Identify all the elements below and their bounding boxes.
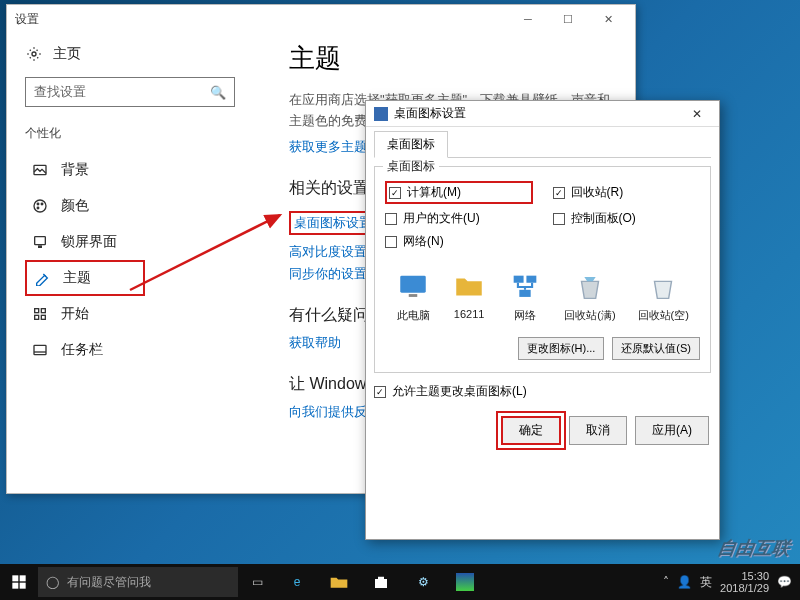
computer-icon	[396, 270, 430, 304]
icon-this-pc[interactable]: 此电脑	[396, 270, 430, 323]
svg-rect-23	[12, 583, 18, 589]
checkbox-network[interactable]: 网络(N)	[385, 233, 533, 250]
task-view-button[interactable]: ▭	[238, 564, 276, 600]
icon-recycle-empty[interactable]: 回收站(空)	[638, 270, 689, 323]
svg-rect-9	[41, 309, 45, 313]
home-label: 主页	[53, 45, 81, 63]
clock-date: 2018/1/29	[720, 582, 769, 594]
change-icon-button[interactable]: 更改图标(H)...	[518, 337, 604, 360]
network-icon	[508, 270, 542, 304]
clock-time: 15:30	[720, 570, 769, 582]
restore-default-button[interactable]: 还原默认值(S)	[612, 337, 700, 360]
taskbar-apps: e ⚙	[276, 564, 486, 600]
svg-rect-11	[41, 315, 45, 319]
desktop-icon-dialog: 桌面图标设置 ✕ 桌面图标 桌面图标 计算机(M) 回收站(R) 用户的文件(U…	[365, 100, 720, 540]
minimize-button[interactable]: ─	[509, 6, 547, 32]
dialog-titlebar: 桌面图标设置 ✕	[366, 101, 719, 127]
dialog-close-button[interactable]: ✕	[683, 103, 711, 125]
dialog-title-icon	[374, 107, 388, 121]
taskbar-app-edge[interactable]: e	[276, 564, 318, 600]
taskbar: ◯有问题尽管问我 ▭ e ⚙ ˄ 👤 英 15:30 2018/1/29 💬	[0, 564, 800, 600]
taskbar-app-unknown[interactable]	[444, 564, 486, 600]
svg-rect-20	[519, 290, 530, 297]
picture-icon	[31, 161, 49, 179]
recycle-empty-icon	[646, 270, 680, 304]
checkbox-computer[interactable]: 计算机(M)	[385, 181, 533, 204]
palette-icon	[31, 197, 49, 215]
svg-rect-22	[20, 575, 26, 581]
nav-colors[interactable]: 颜色	[25, 188, 249, 224]
ime-indicator[interactable]: 英	[700, 574, 712, 591]
icon-network[interactable]: 网络	[508, 270, 542, 323]
checkbox-user-files[interactable]: 用户的文件(U)	[385, 210, 533, 227]
taskbar-app-settings[interactable]: ⚙	[402, 564, 444, 600]
taskbar-icon	[31, 341, 49, 359]
cancel-button[interactable]: 取消	[569, 416, 627, 445]
svg-rect-12	[34, 345, 46, 354]
svg-rect-16	[400, 276, 426, 293]
tab-desktop-icons[interactable]: 桌面图标	[374, 131, 448, 158]
svg-rect-8	[35, 309, 39, 313]
taskbar-app-store[interactable]	[360, 564, 402, 600]
window-title: 设置	[15, 11, 39, 28]
search-input[interactable]: 查找设置 🔍	[25, 77, 235, 107]
search-icon: 🔍	[210, 85, 226, 100]
settings-titlebar: 设置 ─ ☐ ✕	[7, 5, 635, 33]
apply-button[interactable]: 应用(A)	[635, 416, 709, 445]
recycle-full-icon	[573, 270, 607, 304]
svg-rect-21	[12, 575, 18, 581]
icon-user-folder[interactable]: 16211	[452, 270, 486, 323]
svg-rect-18	[514, 276, 524, 283]
ok-button[interactable]: 确定	[501, 416, 561, 445]
search-text: 有问题尽管问我	[67, 574, 151, 591]
nav-lockscreen[interactable]: 锁屏界面	[25, 224, 249, 260]
taskbar-search[interactable]: ◯有问题尽管问我	[38, 567, 238, 597]
folder-icon	[452, 270, 486, 304]
checkbox-icon	[553, 213, 565, 225]
checkbox-icon	[553, 187, 565, 199]
tray-up-icon[interactable]: ˄	[663, 575, 669, 589]
checkbox-icon	[385, 236, 397, 248]
svg-point-4	[41, 203, 43, 205]
checkbox-icon	[385, 213, 397, 225]
dialog-tab-row: 桌面图标	[374, 131, 711, 158]
svg-point-0	[32, 52, 36, 56]
action-center-icon[interactable]: 💬	[777, 575, 792, 589]
taskbar-app-explorer[interactable]	[318, 564, 360, 600]
checkbox-icon	[389, 187, 401, 199]
gear-icon	[25, 45, 43, 63]
settings-sidebar: 主页 查找设置 🔍 个性化 背景 颜色 锁屏界面 主题 开始 任务栏	[7, 33, 267, 493]
link-desktop-icon-settings[interactable]: 桌面图标设置	[289, 211, 377, 235]
dialog-title: 桌面图标设置	[394, 105, 466, 122]
grid-icon	[31, 305, 49, 323]
start-button[interactable]	[0, 564, 38, 600]
home-row[interactable]: 主页	[25, 45, 249, 63]
close-button[interactable]: ✕	[589, 6, 627, 32]
icon-recycle-full[interactable]: 回收站(满)	[564, 270, 615, 323]
nav-start[interactable]: 开始	[25, 296, 249, 332]
svg-rect-6	[35, 237, 46, 245]
tray-people-icon[interactable]: 👤	[677, 575, 692, 589]
page-title: 主题	[289, 41, 613, 76]
nav-themes[interactable]: 主题	[25, 260, 145, 296]
taskbar-clock[interactable]: 15:30 2018/1/29	[720, 570, 769, 594]
svg-rect-10	[35, 315, 39, 319]
watermark: 自由互联	[716, 536, 791, 560]
search-placeholder: 查找设置	[34, 83, 210, 101]
checkbox-recycle-bin[interactable]: 回收站(R)	[553, 181, 701, 204]
desktop-icons-groupbox: 桌面图标 计算机(M) 回收站(R) 用户的文件(U) 控制面板(O) 网络(N…	[374, 166, 711, 373]
checkbox-control-panel[interactable]: 控制面板(O)	[553, 210, 701, 227]
svg-point-3	[37, 203, 39, 205]
maximize-button[interactable]: ☐	[549, 6, 587, 32]
svg-rect-24	[20, 583, 26, 589]
theme-icon	[33, 269, 51, 287]
nav-taskbar[interactable]: 任务栏	[25, 332, 249, 368]
nav-background[interactable]: 背景	[25, 152, 249, 188]
checkbox-allow-themes[interactable]: 允许主题更改桌面图标(L)	[374, 383, 711, 400]
svg-point-5	[37, 207, 39, 209]
svg-rect-19	[527, 276, 537, 283]
section-label: 个性化	[25, 125, 249, 142]
svg-point-2	[34, 200, 46, 212]
svg-rect-7	[39, 246, 42, 247]
lock-icon	[31, 233, 49, 251]
